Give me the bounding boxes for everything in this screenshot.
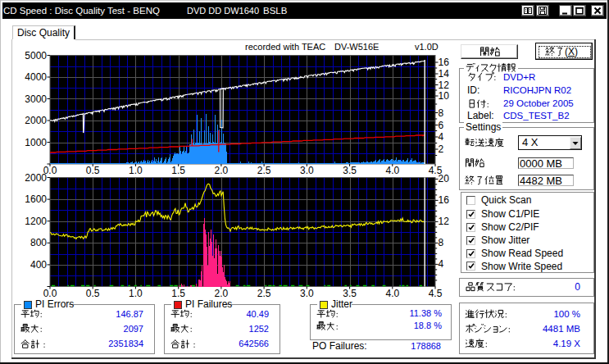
svg-text:5000: 5000 <box>25 50 47 61</box>
svg-text:12: 12 <box>439 80 450 91</box>
svg-text:v1.0D: v1.0D <box>415 42 439 52</box>
svg-text:3.5: 3.5 <box>343 165 357 176</box>
svg-text:DV-W516E: DV-W516E <box>334 42 379 52</box>
svg-text:recorded with TEAC: recorded with TEAC <box>245 42 325 52</box>
svg-text:1.0: 1.0 <box>129 165 143 176</box>
svg-text:3.5: 3.5 <box>343 288 357 299</box>
svg-text:8: 8 <box>439 107 444 119</box>
svg-text:12: 12 <box>439 216 450 227</box>
svg-text:1000: 1000 <box>25 137 47 148</box>
svg-text:8: 8 <box>439 237 444 248</box>
svg-text:3.0: 3.0 <box>300 288 314 299</box>
svg-text:1.0: 1.0 <box>129 288 143 299</box>
svg-text:1200: 1200 <box>25 216 47 227</box>
svg-text:20: 20 <box>439 173 450 184</box>
svg-text:2.0: 2.0 <box>215 165 229 176</box>
svg-text:16: 16 <box>439 57 450 68</box>
svg-text:2: 2 <box>439 143 444 155</box>
svg-text:400: 400 <box>30 259 47 271</box>
svg-text:2.5: 2.5 <box>257 288 271 299</box>
svg-text:6: 6 <box>439 120 444 131</box>
svg-text:0.5: 0.5 <box>86 288 100 299</box>
svg-text:4.5: 4.5 <box>429 288 443 299</box>
svg-text:0.0: 0.0 <box>43 288 57 299</box>
svg-text:1.5: 1.5 <box>171 288 185 299</box>
svg-text:3000: 3000 <box>25 93 47 105</box>
svg-text:4.0: 4.0 <box>385 165 399 176</box>
svg-text:4: 4 <box>439 258 444 270</box>
svg-text:2000: 2000 <box>25 115 47 126</box>
svg-text:16: 16 <box>439 194 450 206</box>
svg-text:2.0: 2.0 <box>215 288 229 299</box>
svg-text:2.5: 2.5 <box>257 165 271 176</box>
svg-text:4: 4 <box>439 131 444 143</box>
svg-text:14: 14 <box>439 68 450 80</box>
svg-text:3.0: 3.0 <box>300 165 314 176</box>
svg-text:800: 800 <box>30 237 47 248</box>
svg-text:1600: 1600 <box>25 193 47 205</box>
svg-text:10: 10 <box>439 90 450 102</box>
svg-text:0.0: 0.0 <box>43 165 57 176</box>
svg-text:1.5: 1.5 <box>171 165 185 176</box>
svg-text:0.5: 0.5 <box>86 165 100 176</box>
svg-text:4000: 4000 <box>25 71 47 83</box>
svg-text:4.0: 4.0 <box>385 288 399 299</box>
